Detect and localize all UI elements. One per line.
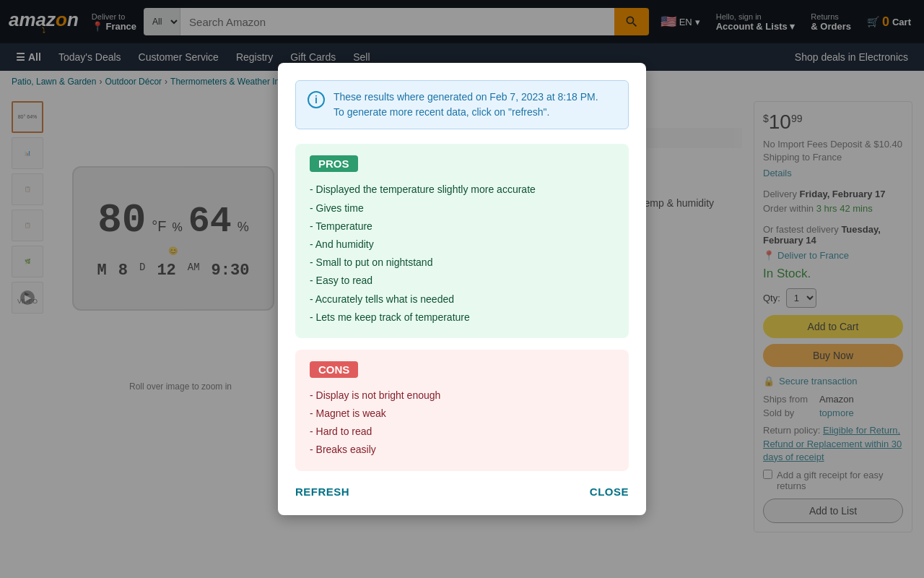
pros-list: - Displayed the temperature slightly mor… — [310, 181, 614, 327]
modal-overlay: i These results where generated on Feb 7… — [0, 0, 924, 578]
pros-box: PROS - Displayed the temperature slightl… — [295, 144, 629, 338]
cons-box: CONS - Display is not bright enough - Ma… — [295, 350, 629, 471]
refresh-button[interactable]: REFRESH — [295, 486, 349, 498]
pros-title: PROS — [310, 155, 358, 172]
cons-item-4: - Breaks easily — [310, 441, 614, 459]
cons-item-2: - Magnet is weak — [310, 405, 614, 423]
cons-item-1: - Display is not bright enough — [310, 387, 614, 405]
pros-item-2: - Gives time — [310, 199, 614, 217]
pros-cons-modal: i These results where generated on Feb 7… — [278, 63, 646, 514]
cons-list: - Display is not bright enough - Magnet … — [310, 387, 614, 460]
pros-item-7: - Accurately tells what is needed — [310, 290, 614, 309]
pros-item-3: - Temperature — [310, 217, 614, 236]
pros-item-1: - Displayed the temperature slightly mor… — [310, 181, 614, 199]
info-icon: i — [308, 91, 325, 108]
cons-title: CONS — [310, 361, 358, 378]
pros-item-8: - Lets me keep track of temperature — [310, 309, 614, 327]
modal-footer: REFRESH CLOSE — [295, 486, 629, 498]
close-button[interactable]: CLOSE — [590, 486, 629, 498]
pros-item-6: - Easy to read — [310, 272, 614, 290]
info-text: These results where generated on Feb 7, … — [334, 90, 598, 120]
pros-item-4: - And humidity — [310, 236, 614, 254]
modal-info-bar: i These results where generated on Feb 7… — [295, 80, 629, 129]
cons-item-3: - Hard to read — [310, 423, 614, 441]
pros-item-5: - Small to put on nightstand — [310, 254, 614, 272]
